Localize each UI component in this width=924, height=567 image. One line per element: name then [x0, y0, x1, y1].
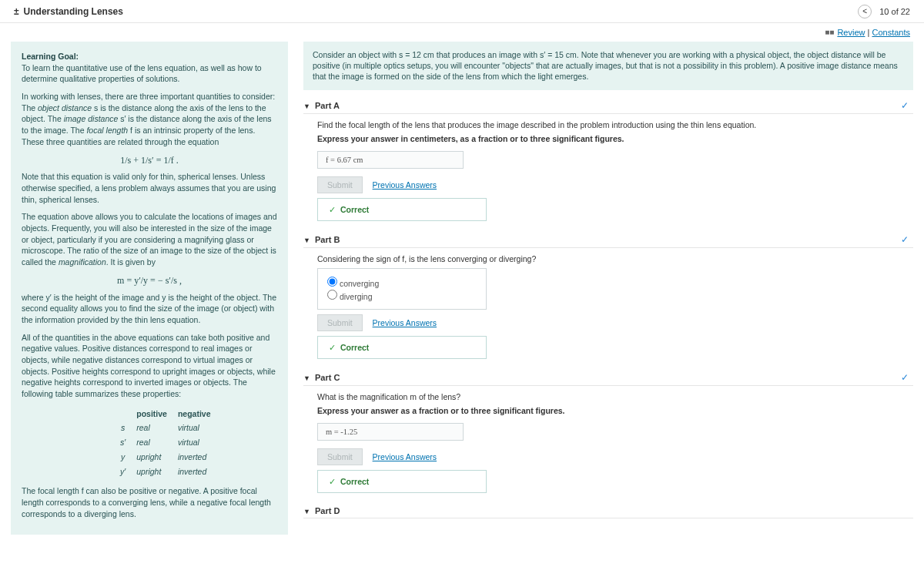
chevron-down-icon: ▼	[303, 237, 310, 244]
part-a-label: Part A	[315, 101, 340, 110]
chevron-down-icon: ▼	[303, 374, 310, 382]
theory-p3: The equation above allows you to calcula…	[22, 211, 277, 267]
part-b: ▼Part B ✓ Considering the sign of f, is …	[303, 232, 913, 359]
part-a-question: Find the focal length of the lens that p…	[317, 120, 906, 129]
separator: |	[865, 28, 872, 37]
part-a-answer: f = 6.67 cm	[317, 151, 464, 169]
header-left: ± Understanding Lenses	[14, 6, 123, 17]
submit-button[interactable]: Submit	[317, 314, 363, 331]
sign-table: positivenegative srealvirtual s′realvirt…	[114, 406, 217, 479]
part-c: ▼Part C ✓ What is the magnification m of…	[303, 370, 913, 493]
header-right: < 10 of 22	[858, 5, 910, 18]
correct-label: Correct	[340, 477, 369, 486]
check-icon: ✓	[901, 372, 909, 383]
review-link[interactable]: Review	[837, 28, 865, 37]
part-a-instruction: Express your answer in centimeters, as a…	[317, 134, 624, 143]
part-c-feedback: ✓Correct	[317, 470, 487, 493]
part-a-feedback: ✓Correct	[317, 198, 487, 221]
part-b-body: Considering the sign of f, is the lens c…	[303, 254, 913, 359]
theory-p2: Note that this equation is valid only fo…	[22, 171, 277, 205]
check-icon: ✓	[329, 343, 336, 352]
previous-answers-link[interactable]: Previous Answers	[373, 452, 437, 461]
flag-icon[interactable]: ■■	[825, 28, 834, 37]
part-a: ▼Part A ✓ Find the focal length of the l…	[303, 98, 913, 221]
learning-panel: Learning Goal: To learn the quantitative…	[11, 42, 288, 535]
part-c-question: What is the magnification m of the lens?	[317, 392, 906, 401]
correct-label: Correct	[340, 205, 369, 214]
learning-goal-label: Learning Goal:	[22, 52, 79, 61]
part-c-label: Part C	[315, 373, 340, 382]
collapse-icon[interactable]: ±	[14, 6, 19, 17]
progress-text: 10 of 22	[879, 7, 910, 16]
correct-label: Correct	[340, 343, 369, 352]
part-a-buttons: Submit Previous Answers	[317, 176, 906, 193]
chevron-down-icon: ▼	[303, 102, 310, 110]
main-content: Learning Goal: To learn the quantitative…	[0, 42, 924, 545]
check-icon: ✓	[329, 477, 336, 486]
problem-intro: Consider an object with s = 12 cm that p…	[303, 42, 913, 90]
theory-p4: where y′ is the height of the image and …	[22, 292, 277, 326]
part-c-header[interactable]: ▼Part C ✓	[303, 370, 913, 386]
check-icon: ✓	[329, 205, 336, 214]
check-icon: ✓	[901, 234, 909, 245]
part-b-feedback: ✓Correct	[317, 336, 487, 359]
previous-answers-link[interactable]: Previous Answers	[373, 180, 437, 190]
prev-button[interactable]: <	[858, 5, 872, 18]
theory-p6: The focal length f can also be positive …	[22, 485, 277, 519]
part-d-header[interactable]: ▼Part D	[303, 504, 913, 518]
part-b-header[interactable]: ▼Part B ✓	[303, 232, 913, 248]
part-c-instruction: Express your answer as a fraction or to …	[317, 406, 565, 415]
learning-goal-text: To learn the quantitative use of the len…	[22, 63, 262, 84]
page-header: ± Understanding Lenses < 10 of 22	[0, 0, 924, 23]
part-b-label: Part B	[315, 235, 340, 244]
question-panel: Consider an object with s = 12 cm that p…	[303, 42, 913, 535]
equation-2: m = y′/y = − s′/s ,	[22, 274, 277, 287]
part-a-body: Find the focal length of the lens that p…	[303, 120, 913, 221]
page-title: Understanding Lenses	[24, 6, 123, 17]
option-converging[interactable]: converging	[327, 277, 477, 288]
part-d: ▼Part D	[303, 504, 913, 518]
equation-1: 1/s + 1/s′ = 1/f .	[22, 154, 277, 167]
part-b-buttons: Submit Previous Answers	[317, 314, 906, 331]
part-c-buttons: Submit Previous Answers	[317, 448, 906, 465]
part-c-body: What is the magnification m of the lens?…	[303, 392, 913, 493]
theory-p1: In working with lenses, there are three …	[22, 91, 277, 147]
submit-button[interactable]: Submit	[317, 176, 363, 193]
part-a-header[interactable]: ▼Part A ✓	[303, 98, 913, 114]
subheader: ■■ Review | Constants	[0, 23, 924, 42]
check-icon: ✓	[901, 100, 909, 111]
part-b-options: converging diverging	[317, 268, 487, 310]
part-b-question: Considering the sign of f, is the lens c…	[317, 254, 906, 263]
previous-answers-link[interactable]: Previous Answers	[373, 318, 437, 327]
constants-link[interactable]: Constants	[872, 28, 910, 37]
part-d-label: Part D	[315, 506, 340, 515]
submit-button[interactable]: Submit	[317, 448, 363, 465]
chevron-down-icon: ▼	[303, 508, 310, 515]
option-diverging[interactable]: diverging	[327, 290, 477, 301]
theory-p5: All of the quantities in the above equat…	[22, 332, 277, 400]
part-c-answer: m = -1.25	[317, 423, 464, 441]
